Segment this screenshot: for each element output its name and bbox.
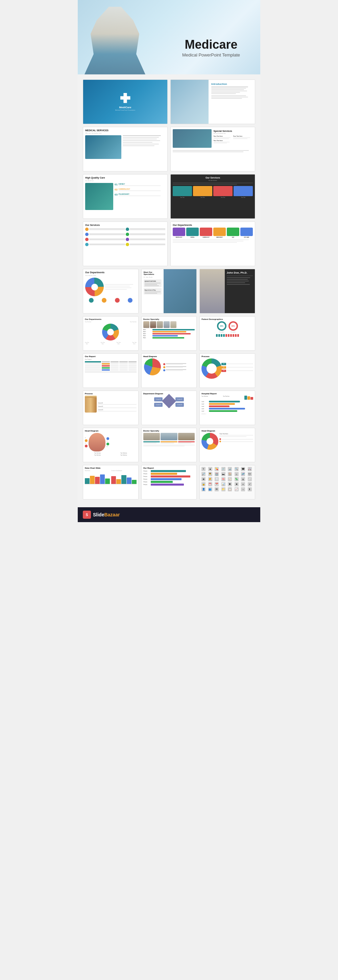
eye-label: EYE CARE — [240, 237, 253, 238]
dept-text-lines — [173, 239, 253, 243]
rep2-row-4: Category — [143, 478, 195, 480]
qual-label: QUALIFICATIONS — [144, 280, 160, 282]
hd3-text-title: Your Text here — [219, 433, 253, 434]
slide-2[interactable]: Introduction — [170, 80, 255, 124]
hosp-bar-row-1: Label — [202, 401, 253, 402]
slide-22-content: Doctor Specialty — [141, 428, 197, 462]
icon-arrow: → — [241, 487, 245, 492]
dept-lbl-2: Your Texthere — [101, 342, 105, 345]
slide-14-content: Patient Demographics 40% Description 60%… — [200, 317, 255, 350]
service-icon-4 — [126, 233, 129, 236]
head-diag-text — [163, 363, 195, 372]
icon-shield: 🛡 — [248, 472, 252, 476]
dental-label: DENTAL — [186, 237, 199, 238]
dept-emergency: EMERGENCY — [213, 228, 226, 238]
slide-18-content: Process Content 01 Content 02 — [83, 391, 138, 425]
slide-13[interactable]: Doctor Specialty Name Name — [141, 316, 197, 351]
slide-9[interactable]: Our Departments Your Service Here — [83, 269, 138, 313]
demo-person-3 — [221, 334, 222, 337]
slide-4[interactable]: Special Services Offer your introduction… — [170, 127, 255, 172]
slide-10[interactable]: Meet Our Specialists Dr. John Smith QUAL… — [141, 269, 197, 313]
process-cyl-title: Process — [85, 393, 136, 395]
slide-21-content: Head Diagram 01 03 02 04 — [83, 428, 138, 462]
slide-1[interactable]: MediCare Medical PowerPoint Presentation — [83, 80, 168, 124]
slide-6[interactable]: Our Services Free offer title here Your … — [170, 174, 255, 219]
medical-image — [85, 135, 121, 159]
brain-shape — [89, 433, 105, 452]
slide-15[interactable]: Our Report Our Report — [83, 353, 138, 388]
report-row-3 — [85, 367, 136, 369]
slide-26[interactable]: ⚕ ♥ 💊 💉 🔬 🔍 ☎ 🚑 🔎 👨‍⚕️ 🏥 🛏 🏠 ⌂ 🧬 — [200, 465, 255, 500]
row-3: High Quality Care Free offer title here … — [83, 174, 255, 219]
hd3-dot-2 — [219, 441, 221, 442]
slide-7-content: Our Services — [83, 222, 167, 266]
service-text-7 — [89, 244, 125, 245]
icons-grid: ⚕ ♥ 💊 💉 🔬 🔍 ☎ 🚑 🔎 👨‍⚕️ 🏥 🛏 🏠 ⌂ 🧬 — [202, 467, 253, 492]
dept-lbl-1: Your Texthere — [85, 342, 89, 345]
slide-7[interactable]: Our Services — [83, 221, 168, 266]
quality-block-3: PULMONARY — [119, 193, 165, 196]
slide-23[interactable]: Head Diagram Your Text here — [200, 428, 255, 462]
slide-14[interactable]: Patient Demographics 40% Description 60%… — [200, 316, 255, 351]
footer-brand: SlideBazaar — [93, 512, 120, 517]
dept-ear: EAR — [227, 228, 239, 238]
head-diag2-right: 02 04 — [106, 437, 109, 447]
intro-text-lines — [211, 87, 252, 99]
dept-circ-content — [85, 278, 136, 296]
icon-check: ✓ — [248, 482, 252, 486]
hero-doctor-image — [84, 7, 145, 75]
doc-bar-fill-2 — [152, 331, 187, 332]
proc-box-3: 003 — [221, 370, 226, 372]
report-subtitle: Our Report — [85, 358, 136, 360]
icon-dna: 🧬 — [241, 472, 245, 476]
our-report2-title: Our Report — [143, 467, 195, 469]
slide-18[interactable]: Process Content 01 Content 02 — [83, 391, 138, 425]
dept-diag-box-3: Content ID — [175, 397, 184, 401]
slide-12[interactable]: Our Departments Your Text here Your Text… — [83, 316, 138, 351]
hosp-bar-2 — [209, 403, 235, 405]
report-r2-c1 — [85, 365, 101, 367]
slide-22[interactable]: Doctor Specialty — [141, 428, 197, 462]
medical-content — [85, 135, 165, 159]
slide-25[interactable]: Our Report Category Category Category — [141, 465, 197, 500]
hosp-bar-5 — [209, 410, 237, 412]
demo-person-8 — [233, 334, 234, 337]
icon-graph: 📈 — [235, 487, 239, 492]
slide-16[interactable]: Head Diagram — [141, 353, 197, 388]
icon-house2: ⌂ — [235, 472, 239, 476]
slide-11[interactable]: John Doe, Ph.D. — [200, 269, 255, 313]
demo-circle-2-container: 60% Description — [229, 321, 238, 333]
hosp-bars: Label Label Label Label — [202, 401, 253, 415]
head-diag3-content: Your Text here — [202, 433, 253, 453]
report-table — [85, 361, 136, 372]
slide-3[interactable]: MEDICAL SERVICES Offer your introduction… — [83, 127, 168, 172]
footer: S SlideBazaar — [78, 507, 260, 522]
slide-24[interactable]: Data Chart Slide Data Series — [83, 465, 138, 500]
slide-17[interactable]: Process 001 002 — [200, 353, 255, 388]
service-text-5 — [89, 239, 125, 240]
slide-8[interactable]: Our Departments NEUROLOGY DENTAL CARDIOL… — [170, 221, 255, 266]
doc-bar-fill-4 — [152, 335, 178, 336]
report-r2-c2 — [102, 365, 110, 367]
bar-chart-1: Data Series — [85, 470, 110, 484]
medical-services-title: MEDICAL SERVICES — [85, 129, 165, 132]
head-diag3-pie — [202, 433, 218, 450]
hd2-label-4: Your Text here — [111, 455, 136, 456]
cyl-text-items: Content 01 Content 02 Content 03 — [98, 402, 136, 412]
service-text-8 — [130, 244, 166, 245]
slide-19[interactable]: Department Diagram Content ID Content ID… — [141, 391, 197, 425]
icon-lock: 🔒 — [202, 482, 206, 486]
process-content: 001 002 003 — [202, 358, 253, 377]
report-r3-c1 — [85, 367, 101, 369]
demographics-title: Patient Demographics — [202, 318, 253, 320]
services-items — [85, 228, 165, 247]
icon-calendar: 📅 — [215, 482, 219, 486]
head-diag2-title: Head Diagram — [85, 430, 136, 432]
slide-20[interactable]: Hospital Report Your Text here Your Text… — [200, 391, 255, 425]
demo-person-7 — [230, 334, 232, 337]
slide-5[interactable]: High Quality Care Free offer title here … — [83, 174, 168, 219]
rep2-lbl-5: Category — [143, 481, 150, 482]
slide-1-content: MediCare Medical PowerPoint Presentation — [83, 80, 167, 124]
slide-21[interactable]: Head Diagram 01 03 02 04 — [83, 428, 138, 462]
report-r1-c4 — [119, 363, 127, 364]
